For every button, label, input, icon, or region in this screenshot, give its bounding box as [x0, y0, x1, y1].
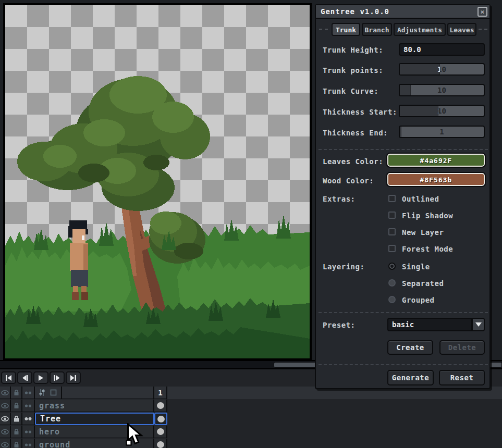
timeline-settings-cell [35, 387, 62, 399]
cel-thumbnail[interactable] [157, 441, 164, 448]
outlined-checkbox[interactable] [388, 195, 396, 202]
frame-number-header[interactable]: 1 [154, 387, 167, 399]
grouped-radio[interactable] [388, 296, 396, 303]
separator [319, 149, 488, 150]
timeline-header-spacer [62, 387, 154, 399]
thickness-start-label: Thickness Start: [323, 108, 397, 116]
trunk-curve-slider[interactable]: 10 10 [399, 84, 485, 96]
sprite-artwork [5, 5, 310, 358]
grouped-label[interactable]: Grouped [402, 296, 435, 304]
chevron-down-icon [475, 322, 482, 327]
layer-row-ground[interactable]: ground [0, 439, 502, 448]
dialog-title: Gentree v1.0.0 [321, 7, 389, 16]
thickness-start-slider[interactable]: 10 10 [399, 105, 485, 117]
wood-color-button[interactable]: #8F563b [387, 173, 485, 186]
cel-thumbnail[interactable] [157, 416, 165, 422]
continuous-icon[interactable] [22, 400, 35, 412]
gentree-dialog: Gentree v1.0.0 × Trunk Branch Adjustment… [315, 4, 491, 389]
cel[interactable] [154, 413, 167, 425]
thickness-end-label: Thickness End: [323, 129, 388, 137]
single-radio[interactable] [388, 263, 396, 270]
continuous-icon[interactable] [22, 439, 35, 448]
lock-icon[interactable] [11, 426, 22, 438]
preset-select[interactable]: basic [387, 318, 472, 331]
eye-icon[interactable] [0, 400, 11, 412]
leaves-color-label: Leaves Color: [323, 157, 383, 166]
canvas-viewport[interactable] [3, 3, 312, 360]
separator [319, 364, 488, 365]
eye-icon[interactable] [0, 439, 11, 448]
toggle-all-lock-button[interactable] [11, 387, 22, 399]
thickness-end-slider[interactable]: 1 1 [399, 126, 485, 138]
cel-thumbnail[interactable] [157, 402, 164, 409]
trunk-curve-label: Trunk Curve: [323, 87, 378, 95]
eye-icon[interactable] [0, 413, 11, 425]
outlined-label[interactable]: Outlined [402, 195, 439, 203]
lock-icon[interactable] [11, 400, 22, 412]
last-frame-button[interactable] [66, 371, 81, 384]
trunk-height-input[interactable]: 80.0 [399, 43, 485, 56]
cel[interactable] [154, 400, 167, 412]
separator [319, 312, 488, 313]
reset-button[interactable]: Reset [439, 370, 485, 385]
tab-adjustments[interactable]: Adjustments [394, 23, 446, 36]
preset-dropdown-button[interactable] [472, 318, 485, 331]
layer-name[interactable]: ground [35, 439, 154, 448]
trunk-height-label: Trunk Height: [323, 46, 383, 54]
cel-options-icon[interactable] [50, 389, 57, 396]
trunk-points-slider[interactable]: 10 10 [399, 63, 485, 76]
toggle-all-continuous-button[interactable] [22, 387, 35, 399]
layer-row-tree[interactable]: Tree [0, 413, 502, 425]
layering-label: Layering: [323, 263, 364, 271]
generate-button[interactable]: Generate [387, 370, 434, 385]
forest-mode-checkbox[interactable] [388, 245, 396, 252]
lock-icon[interactable] [11, 439, 22, 448]
trunk-points-label: Trunk points: [323, 66, 383, 74]
separated-radio[interactable] [388, 279, 396, 287]
timeline-settings-icon[interactable] [39, 389, 47, 396]
tab-separator-left [319, 29, 328, 30]
tab-separator-right [479, 29, 487, 30]
play-button[interactable] [33, 371, 48, 384]
flip-shadow-label[interactable]: Flip Shadow [402, 211, 453, 220]
next-frame-button[interactable] [50, 371, 65, 384]
layer-name[interactable]: grass [35, 400, 154, 412]
delete-button[interactable]: Delete [439, 340, 485, 355]
new-layer-label[interactable]: New Layer [402, 228, 444, 237]
create-button[interactable]: Create [387, 340, 433, 355]
leaves-color-button[interactable]: #4a692F [387, 154, 485, 167]
tab-branch[interactable]: Branch [362, 23, 392, 36]
dialog-titlebar[interactable]: Gentree v1.0.0 [316, 5, 489, 19]
separated-label[interactable]: Separated [402, 279, 444, 288]
single-label[interactable]: Single [402, 263, 430, 271]
continuous-icon[interactable] [22, 413, 35, 425]
new-layer-checkbox[interactable] [388, 228, 396, 235]
layer-row-grass[interactable]: grass [0, 400, 502, 412]
layer-name[interactable]: hero [35, 426, 154, 438]
forest-mode-label[interactable]: Forest Mode [402, 245, 453, 253]
wood-color-label: Wood Color: [323, 177, 374, 185]
close-icon[interactable]: × [477, 7, 487, 17]
tab-leaves[interactable]: Leaves [447, 23, 476, 36]
lock-icon[interactable] [11, 413, 22, 425]
layer-row-hero[interactable]: hero [0, 426, 502, 438]
continuous-icon[interactable] [22, 426, 35, 438]
toggle-all-visibility-button[interactable] [0, 387, 11, 399]
prev-frame-button[interactable] [17, 371, 32, 384]
flip-shadow-checkbox[interactable] [388, 211, 396, 219]
layer-name[interactable]: Tree [35, 413, 154, 425]
preset-label: Preset: [323, 321, 356, 329]
cel[interactable] [154, 426, 167, 438]
extras-label: Extras: [323, 195, 356, 203]
tab-trunk[interactable]: Trunk [332, 23, 360, 36]
eye-icon[interactable] [0, 426, 11, 438]
cel-thumbnail[interactable] [157, 428, 164, 435]
first-frame-button[interactable] [1, 371, 16, 384]
cel[interactable] [154, 439, 167, 448]
